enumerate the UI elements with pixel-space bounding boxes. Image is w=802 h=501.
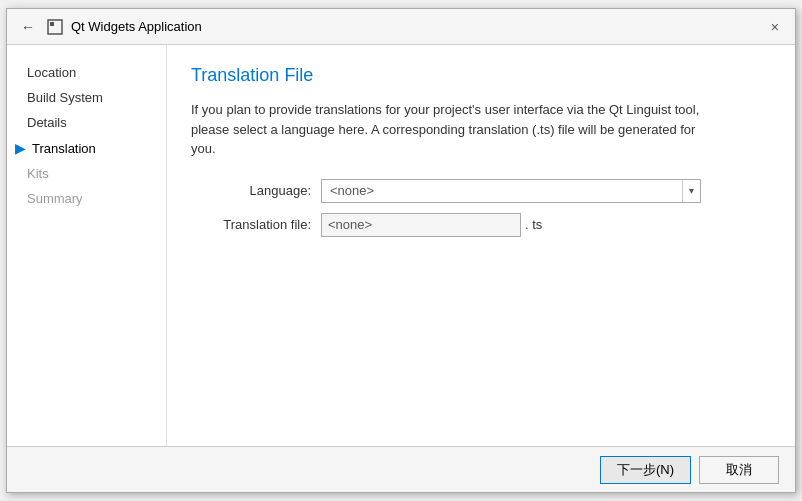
- page-title: Translation File: [191, 65, 771, 86]
- sidebar-item-summary: Summary: [7, 187, 166, 210]
- content-area: Location Build System Details ▶ Translat…: [7, 45, 795, 446]
- translation-file-input-group: . ts: [321, 213, 542, 237]
- sidebar-item-location[interactable]: Location: [7, 61, 166, 84]
- back-button[interactable]: ←: [17, 17, 39, 37]
- svg-rect-1: [50, 22, 54, 26]
- dropdown-arrow-icon: ▾: [682, 180, 700, 202]
- sidebar-item-label-details: Details: [27, 115, 67, 130]
- sidebar-item-label-summary: Summary: [27, 191, 83, 206]
- translation-file-suffix: . ts: [525, 217, 542, 232]
- window-title: Qt Widgets Application: [71, 19, 202, 34]
- close-button[interactable]: ×: [765, 17, 785, 37]
- main-content: Translation File If you plan to provide …: [167, 45, 795, 446]
- sidebar-item-label-translation: Translation: [32, 141, 96, 156]
- sidebar-item-kits: Kits: [7, 162, 166, 185]
- cancel-button[interactable]: 取消: [699, 456, 779, 484]
- sidebar-item-label-build-system: Build System: [27, 90, 103, 105]
- next-button[interactable]: 下一步(N): [600, 456, 691, 484]
- title-bar-left: ← Qt Widgets Application: [17, 17, 202, 37]
- page-description: If you plan to provide translations for …: [191, 100, 711, 159]
- sidebar-item-translation[interactable]: ▶ Translation: [7, 136, 166, 160]
- language-dropdown[interactable]: <none> ▾: [321, 179, 701, 203]
- title-bar: ← Qt Widgets Application ×: [7, 9, 795, 45]
- sidebar-item-build-system[interactable]: Build System: [7, 86, 166, 109]
- translation-file-row: Translation file: . ts: [191, 213, 771, 237]
- sidebar-item-label-location: Location: [27, 65, 76, 80]
- language-dropdown-value: <none>: [322, 183, 682, 198]
- translation-file-input[interactable]: [321, 213, 521, 237]
- active-arrow-icon: ▶: [15, 140, 26, 156]
- dialog-footer: 下一步(N) 取消: [7, 446, 795, 492]
- translation-file-label: Translation file:: [191, 217, 321, 232]
- language-row: Language: <none> ▾: [191, 179, 771, 203]
- sidebar-item-details[interactable]: Details: [7, 111, 166, 134]
- window-icon: [47, 19, 63, 35]
- sidebar: Location Build System Details ▶ Translat…: [7, 45, 167, 446]
- sidebar-item-label-kits: Kits: [27, 166, 49, 181]
- language-label: Language:: [191, 183, 321, 198]
- dialog-window: ← Qt Widgets Application × Location Buil…: [6, 8, 796, 493]
